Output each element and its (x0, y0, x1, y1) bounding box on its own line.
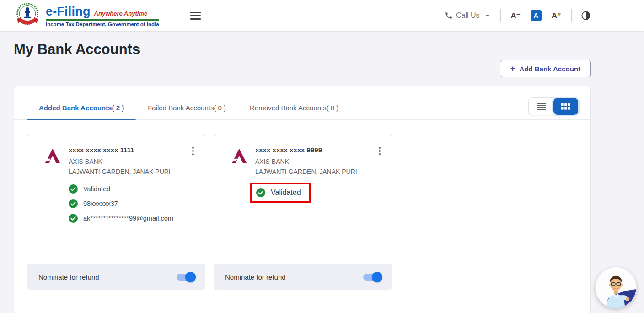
contrast-icon (581, 11, 591, 21)
font-normal-button[interactable]: A (531, 10, 542, 21)
list-view-button[interactable] (529, 98, 553, 115)
nominate-for-refund-label: Nominate for refund (225, 273, 286, 281)
validation-status: Validated (271, 189, 301, 197)
validated-email: ak***************99@gmail.com (83, 215, 173, 222)
divider (571, 9, 572, 22)
card-menu-icon[interactable] (188, 144, 198, 158)
phone-icon (445, 11, 453, 20)
bank-accounts-panel: Added Bank Accounts( 2 ) Failed Bank Acc… (14, 86, 591, 313)
brand-divider (46, 19, 159, 21)
add-bank-account-label: Add Bank Account (519, 65, 580, 73)
nominate-for-refund-label: Nominate for refund (38, 273, 99, 281)
chevron-down-icon (483, 11, 492, 20)
account-info: xxxx xxxx xxxx 9999 AXIS BANK LAJWANTI G… (255, 146, 368, 175)
check-circle-icon (256, 188, 265, 197)
list-view-icon (537, 103, 546, 110)
plus-icon: + (510, 64, 515, 74)
brand-name: e-Filing (46, 5, 91, 19)
font-decrease-button[interactable]: A⁻ (509, 10, 522, 22)
app-header: e-Filing Anywhere Anytime Income Tax Dep… (0, 0, 644, 31)
validation-row: Validated (69, 184, 205, 194)
call-us-label: Call Us (456, 11, 480, 20)
view-toggle (528, 97, 579, 115)
card-footer: Nominate for refund (27, 264, 205, 290)
efiling-brand-logo[interactable]: e-Filing Anywhere Anytime Income Tax Dep… (15, 2, 159, 29)
validation-row: 98xxxxxx37 (69, 199, 205, 208)
validated-highlight-box: Validated (250, 183, 311, 203)
axis-bank-logo-icon (44, 147, 61, 164)
bank-account-card-9999: xxxx xxxx xxxx 9999 AXIS BANK LAJWANTI G… (214, 134, 392, 290)
account-info: xxxx xxxx xxxx 1111 AXIS BANK LAJWANTI G… (69, 146, 181, 175)
validation-row: ak***************99@gmail.com (69, 214, 205, 223)
bank-branch: LAJWANTI GARDEN, JANAK PURI (255, 168, 368, 175)
assistant-man-icon (596, 267, 636, 308)
grid-view-icon (561, 103, 570, 110)
add-bank-account-button[interactable]: + Add Bank Account (500, 60, 591, 77)
axis-bank-logo-icon (231, 147, 248, 164)
nominate-refund-toggle[interactable] (177, 274, 194, 281)
income-tax-emblem-icon (15, 2, 40, 29)
validated-mobile: 98xxxxxx37 (83, 200, 118, 207)
card-validations: Validated (255, 184, 392, 203)
bank-branch: LAJWANTI GARDEN, JANAK PURI (69, 168, 181, 175)
tab-removed-bank-accounts[interactable]: Removed Bank Accounts( 0 ) (238, 104, 350, 119)
header-controls: Call Us A⁻ A A⁺ (445, 9, 592, 22)
font-increase-button[interactable]: A⁺ (550, 10, 563, 22)
check-circle-icon (69, 199, 78, 208)
card-menu-icon[interactable] (375, 144, 384, 158)
menu-icon[interactable] (188, 9, 204, 22)
divider (500, 9, 501, 22)
card-validations: Validated 98xxxxxx37 (69, 184, 205, 223)
check-circle-icon (69, 184, 78, 194)
card-footer: Nominate for refund (214, 264, 392, 290)
brand-tagline: Anywhere Anytime (94, 10, 148, 17)
tab-failed-bank-accounts[interactable]: Failed Bank Accounts( 0 ) (136, 104, 238, 119)
contrast-toggle-button[interactable] (580, 10, 592, 22)
account-number: xxxx xxxx xxxx 9999 (255, 146, 368, 154)
brand-text: e-Filing Anywhere Anytime Income Tax Dep… (46, 5, 159, 27)
bank-account-card-1111: xxxx xxxx xxxx 1111 AXIS BANK LAJWANTI G… (27, 134, 205, 290)
bank-name: AXIS BANK (255, 158, 368, 165)
card-header: xxxx xxxx xxxx 1111 AXIS BANK LAJWANTI G… (27, 134, 205, 175)
check-circle-icon (69, 214, 78, 223)
card-header: xxxx xxxx xxxx 9999 AXIS BANK LAJWANTI G… (214, 134, 392, 175)
grid-view-button[interactable] (553, 98, 578, 115)
tabs-row: Added Bank Accounts( 2 ) Failed Bank Acc… (14, 86, 590, 120)
bank-account-cards: xxxx xxxx xxxx 1111 AXIS BANK LAJWANTI G… (14, 120, 590, 304)
account-number: xxxx xxxx xxxx 1111 (69, 146, 181, 154)
nominate-refund-toggle[interactable] (363, 274, 381, 281)
call-us-dropdown[interactable]: Call Us (445, 11, 492, 20)
brand-subtitle: Income Tax Department, Government of Ind… (46, 22, 159, 27)
bank-name: AXIS BANK (69, 158, 181, 165)
tab-added-bank-accounts[interactable]: Added Bank Accounts( 2 ) (27, 104, 136, 119)
validation-status: Validated (83, 185, 110, 193)
chat-assistant-avatar[interactable] (595, 267, 637, 308)
page-title: My Bank Accounts (14, 41, 644, 58)
my-bank-accounts-page: e-Filing Anywhere Anytime Income Tax Dep… (0, 0, 644, 313)
